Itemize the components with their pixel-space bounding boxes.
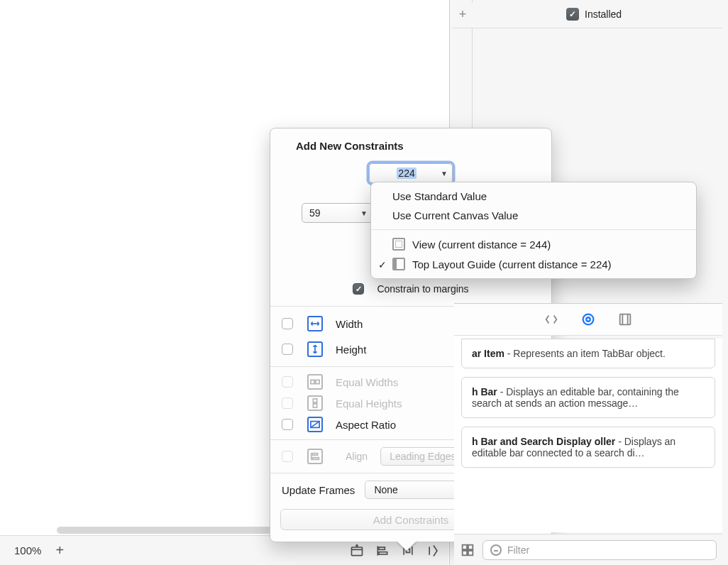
chevron-down-icon: ▼ — [441, 170, 448, 177]
svg-rect-9 — [313, 454, 318, 456]
library-tabs — [454, 303, 722, 336]
popover-arrow — [397, 541, 417, 551]
option-view-distance[interactable]: View (current distance = 244) — [371, 234, 696, 254]
equal-widths-checkbox — [282, 376, 293, 388]
library-item[interactable]: h Bar and Search Display oller - Display… — [461, 427, 715, 468]
option-use-standard-value[interactable]: Use Standard Value — [371, 187, 696, 206]
constrain-margins-checkbox[interactable]: ✓ — [353, 283, 364, 295]
option-use-current-canvas-value[interactable]: Use Current Canvas Value — [371, 206, 696, 225]
left-spacing-combo[interactable]: 59 ▼ — [302, 203, 373, 223]
svg-rect-5 — [316, 380, 319, 383]
equal-heights-checkbox — [282, 397, 293, 409]
filter-placeholder: Filter — [507, 544, 529, 556]
svg-rect-7 — [313, 404, 316, 407]
svg-rect-16 — [463, 550, 467, 554]
svg-rect-10 — [313, 458, 319, 460]
popover-title: Add New Constraints — [270, 128, 551, 156]
svg-rect-17 — [468, 550, 473, 554]
svg-rect-6 — [313, 399, 316, 402]
left-spacing-value: 59 — [309, 207, 356, 219]
equal-heights-icon — [307, 395, 323, 411]
spacing-options-menu: Use Standard Value Use Current Canvas Va… — [370, 182, 697, 279]
aspect-ratio-checkbox[interactable] — [282, 419, 293, 430]
aspect-ratio-icon — [307, 417, 323, 432]
view-icon — [392, 238, 405, 251]
align-label: Align — [346, 451, 368, 462]
width-icon — [307, 316, 323, 331]
align-checkbox — [282, 451, 293, 462]
zoom-level[interactable]: 100% — [14, 544, 41, 556]
option-top-layout-guide[interactable]: ✓ Top Layout Guide (current distance = 2… — [371, 254, 696, 274]
equal-widths-icon — [307, 374, 323, 390]
tab-code-snippets[interactable] — [543, 311, 560, 328]
library-item[interactable]: ar Item - Represents an item TabBar obje… — [461, 339, 715, 368]
installed-row: + ✓ Installed — [453, 3, 722, 28]
top-spacing-value: 224 — [377, 168, 436, 179]
align-icon — [307, 449, 323, 464]
svg-rect-1 — [379, 547, 385, 549]
width-label: Width — [336, 318, 449, 330]
svg-rect-15 — [468, 544, 473, 549]
svg-point-11 — [583, 314, 594, 325]
zoom-plus-icon[interactable]: + — [55, 542, 64, 559]
filter-input[interactable]: Filter — [482, 540, 717, 560]
svg-rect-13 — [620, 314, 631, 325]
svg-rect-4 — [311, 380, 314, 383]
top-spacing-combo[interactable]: 224 ▼ — [369, 163, 453, 183]
add-constraint-icon[interactable]: + — [456, 7, 470, 21]
svg-rect-2 — [379, 552, 387, 554]
align-icon[interactable] — [375, 543, 390, 559]
library-footer: Filter — [454, 534, 722, 565]
resolve-issues-icon[interactable] — [426, 543, 441, 559]
svg-point-12 — [586, 317, 590, 322]
installed-label: Installed — [585, 9, 622, 20]
height-icon — [307, 341, 323, 357]
chevron-down-icon: ▼ — [360, 209, 368, 217]
width-checkbox[interactable] — [282, 318, 293, 329]
object-library-list[interactable]: ar Item - Represents an item TabBar obje… — [454, 339, 722, 532]
constrain-margins-label: Constrain to margins — [377, 283, 468, 295]
library-item[interactable]: h Bar - Displays an editable bar, contai… — [461, 377, 715, 418]
menu-separator — [371, 229, 696, 230]
installed-checkbox[interactable]: ✓ Installed — [566, 8, 622, 21]
svg-rect-0 — [352, 547, 363, 556]
tab-media-library[interactable] — [617, 311, 634, 328]
embed-in-icon[interactable] — [349, 543, 365, 559]
update-frames-label: Update Frames — [282, 484, 355, 496]
height-label: Height — [336, 344, 449, 356]
checkmark-icon: ✓ — [378, 259, 387, 270]
height-checkbox[interactable] — [282, 344, 293, 355]
svg-rect-14 — [463, 544, 467, 549]
filter-icon — [490, 544, 502, 556]
tab-object-library[interactable] — [580, 311, 597, 328]
layout-guide-icon — [392, 258, 405, 270]
grid-view-icon[interactable] — [460, 542, 475, 558]
checkmark-icon: ✓ — [566, 8, 579, 21]
